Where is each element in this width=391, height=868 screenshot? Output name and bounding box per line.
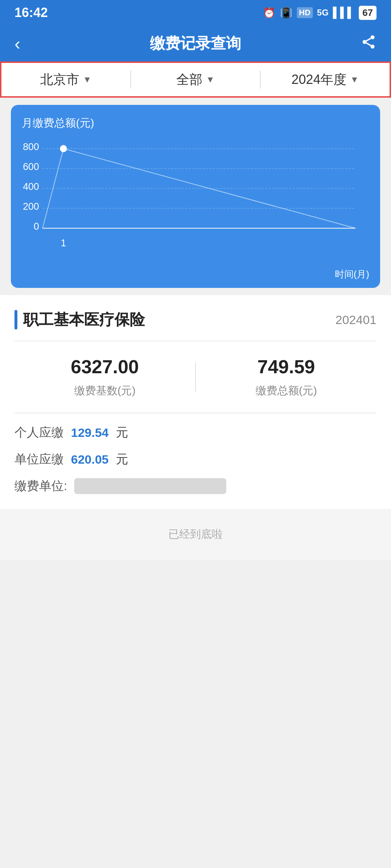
svg-text:800: 800	[23, 141, 39, 152]
hd-icon: HD	[297, 7, 313, 18]
filter-bar: 北京市 ▼ 全部 ▼ 2024年度 ▼	[0, 61, 391, 98]
status-icons: ⏰ 📳 HD 5G ▌▌▌ 67	[263, 6, 377, 20]
type-label: 全部	[176, 71, 202, 89]
signal-bars-icon: ▌▌▌	[333, 7, 355, 18]
year-arrow-icon: ▼	[350, 75, 359, 85]
personal-amount: 129.54	[71, 426, 109, 440]
section-title-wrap: 职工基本医疗保险	[14, 310, 145, 330]
year-filter[interactable]: 2024年度 ▼	[261, 63, 390, 96]
city-arrow-icon: ▼	[83, 75, 92, 85]
total-label: 缴费总额(元)	[256, 383, 317, 398]
personal-unit: 元	[116, 424, 128, 441]
personal-row: 个人应缴 129.54 元	[14, 424, 377, 441]
status-time: 16:42	[14, 5, 48, 20]
stat-base: 6327.00 缴费基数(元)	[14, 356, 195, 398]
chart-title: 月缴费总额(元)	[22, 116, 369, 131]
city-label: 北京市	[40, 71, 79, 89]
svg-point-16	[60, 145, 67, 152]
section-title: 职工基本医疗保险	[23, 310, 145, 330]
chart-x-label: 时间(月)	[22, 268, 369, 281]
unit-row: 单位应缴 620.05 元	[14, 451, 377, 468]
type-filter[interactable]: 全部 ▼	[131, 63, 260, 96]
unit-unit: 元	[116, 451, 128, 468]
alarm-icon: ⏰	[263, 7, 276, 19]
battery-indicator: 67	[359, 6, 377, 20]
chart-svg: 800 600 400 200 0 1	[22, 141, 369, 264]
svg-line-3	[366, 43, 371, 45]
stats-row: 6327.00 缴费基数(元) 749.59 缴费总额(元)	[0, 341, 391, 413]
vibrate-icon: 📳	[280, 7, 293, 19]
svg-point-0	[371, 35, 375, 39]
footer-space	[0, 560, 391, 668]
bottom-message: 已经到底啦	[0, 509, 391, 560]
personal-label: 个人应缴	[14, 424, 64, 441]
stat-total: 749.59 缴费总额(元)	[196, 356, 377, 398]
bottom-text: 已经到底啦	[168, 528, 223, 540]
svg-text:400: 400	[23, 180, 39, 192]
svg-text:1: 1	[61, 237, 66, 248]
payer-row: 缴费单位:	[14, 478, 377, 494]
svg-point-1	[363, 40, 367, 44]
svg-line-4	[366, 38, 371, 41]
base-amount: 6327.00	[71, 356, 139, 378]
section-accent-bar	[14, 310, 17, 329]
unit-label: 单位应缴	[14, 451, 64, 468]
back-button[interactable]: ‹	[14, 34, 20, 54]
payer-value-blurred	[74, 478, 226, 494]
svg-text:200: 200	[23, 200, 39, 212]
svg-text:600: 600	[23, 161, 39, 172]
section-date: 202401	[336, 313, 377, 327]
page-title: 缴费记录查询	[150, 33, 241, 54]
type-arrow-icon: ▼	[206, 75, 215, 85]
section-header: 职工基本医疗保险 202401	[0, 295, 391, 341]
page-header: ‹ 缴费记录查询	[0, 25, 391, 61]
total-amount: 749.59	[257, 356, 315, 378]
svg-text:0: 0	[34, 220, 39, 232]
status-bar: 16:42 ⏰ 📳 HD 5G ▌▌▌ 67	[0, 0, 391, 25]
signal-5g-icon: 5G	[317, 8, 329, 18]
unit-amount: 620.05	[71, 452, 109, 467]
chart-container: 月缴费总额(元) 800 600 400 200 0 1 时间(月)	[11, 105, 380, 288]
share-button[interactable]	[361, 34, 377, 53]
city-filter[interactable]: 北京市 ▼	[1, 63, 130, 96]
chart-area: 800 600 400 200 0 1	[22, 141, 369, 264]
svg-point-2	[371, 44, 375, 48]
insurance-section: 职工基本医疗保险 202401 6327.00 缴费基数(元) 749.59 缴…	[0, 295, 391, 509]
base-label: 缴费基数(元)	[74, 383, 136, 398]
payer-label: 缴费单位:	[14, 478, 67, 494]
detail-rows: 个人应缴 129.54 元 单位应缴 620.05 元 缴费单位:	[0, 413, 391, 509]
year-label: 2024年度	[291, 71, 346, 89]
